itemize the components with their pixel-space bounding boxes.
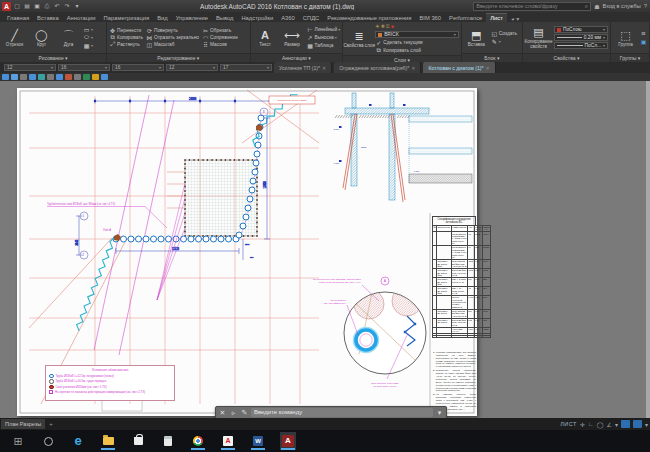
- panel-label-modify[interactable]: Редактирование ▾: [107, 53, 249, 62]
- ribbon-tab-Главная[interactable]: Главная: [3, 14, 33, 22]
- modify-2[interactable]: ⤢Растянуть: [109, 41, 143, 48]
- plot-icon[interactable]: ⎙: [43, 1, 51, 11]
- leader-button[interactable]: ↗Выноска▾: [307, 34, 341, 41]
- new-file-icon[interactable]: ▢: [13, 1, 21, 11]
- panel-label-draw[interactable]: Рисование ▾: [0, 53, 106, 62]
- customization-icon[interactable]: ▾: [645, 421, 648, 428]
- ribbon-tab-Рекомендованные приложения[interactable]: Рекомендованные приложения: [323, 14, 415, 22]
- ungroup-button[interactable]: ⧈: [640, 30, 647, 37]
- crosshair-icon[interactable]: ✛: [580, 421, 585, 428]
- lineweight-combo[interactable]: 0.20 мм▾: [554, 34, 608, 41]
- layout-tab[interactable]: План Разрезы: [1, 419, 45, 429]
- panel-label-annotate[interactable]: Аннотации ▾: [251, 53, 343, 62]
- text-button[interactable]: A Текст: [253, 29, 278, 47]
- modify-6[interactable]: ✂Обрезать: [202, 27, 238, 34]
- toolbar-icon-1[interactable]: [11, 74, 18, 80]
- panel-label-properties[interactable]: Свойства ▾: [523, 53, 610, 62]
- toolbar-icon-6[interactable]: [56, 74, 63, 80]
- toolbar-icon-4[interactable]: [38, 74, 45, 80]
- add-layout-button[interactable]: +: [45, 421, 57, 427]
- acrobat-button[interactable]: A: [220, 432, 236, 450]
- modify-4[interactable]: ⋈Отразить зеркально: [146, 34, 199, 41]
- word-button[interactable]: W: [250, 432, 266, 450]
- docked-combo-1[interactable]: 16▾: [58, 64, 110, 71]
- toolbar-icon-3[interactable]: [29, 74, 36, 80]
- command-input[interactable]: Введите команду: [251, 408, 433, 417]
- ribbon-tab-Аннотации[interactable]: Аннотации: [63, 14, 100, 22]
- file-tab-close-icon[interactable]: ✕: [322, 65, 326, 71]
- match-properties-button[interactable]: ▤ Копирование свойств: [525, 26, 552, 49]
- file-tab-1[interactable]: Ограждение котлована(ряб)*✕: [334, 62, 421, 73]
- docked-combo-2[interactable]: 16▾: [112, 64, 164, 71]
- ribbon-tab-A360[interactable]: A360: [277, 14, 299, 22]
- edge-button[interactable]: e: [70, 432, 86, 450]
- command-customize-icon[interactable]: ▾: [435, 409, 444, 417]
- snap-icon[interactable]: ◯: [597, 421, 604, 428]
- status-dropdown-icon[interactable]: ▾: [615, 421, 618, 428]
- search-icon[interactable]: ⌕: [585, 3, 588, 10]
- toolbar-icon-10[interactable]: [92, 74, 99, 80]
- save-icon[interactable]: ▣: [33, 1, 41, 11]
- docked-combo-3[interactable]: 12▾: [166, 64, 218, 71]
- calculator-button[interactable]: [160, 432, 176, 450]
- modify-0[interactable]: ✥Перенести: [109, 27, 143, 34]
- ribbon-tab-Надстройки[interactable]: Надстройки: [237, 14, 277, 22]
- ribbon-tab-Параметризация[interactable]: Параметризация: [100, 14, 154, 22]
- toolbar-icon-7[interactable]: [65, 74, 72, 80]
- ribbon-tab-СПДС[interactable]: СПДС: [299, 14, 323, 22]
- polar-icon[interactable]: ∠: [607, 421, 612, 428]
- line-button[interactable]: ╱ Отрезок: [2, 29, 27, 47]
- toolbar-icon-5[interactable]: [47, 74, 54, 80]
- group-edit-button[interactable]: ▣: [640, 38, 647, 45]
- qat-dropdown-icon[interactable]: ▾: [73, 1, 81, 11]
- dimension-button[interactable]: ⟷ Размер: [280, 29, 305, 47]
- make-current-button[interactable]: ✓Сделать текущим: [375, 39, 459, 46]
- toolbar-icon-2[interactable]: [20, 74, 27, 80]
- ortho-icon[interactable]: ∟: [588, 421, 594, 427]
- panel-label-block[interactable]: Блок ▾: [462, 53, 522, 62]
- linear-dim-button[interactable]: ⊢Линейный▾: [307, 26, 341, 33]
- sysvar-monitor-icon[interactable]: ◕ ▾: [507, 15, 523, 22]
- modify-7[interactable]: ◠Сопряжение: [202, 34, 238, 41]
- mode-label[interactable]: ЛИСТ: [560, 421, 577, 427]
- group-button[interactable]: ⬚ Группа: [613, 29, 638, 47]
- circle-button[interactable]: ◯ Круг: [29, 29, 54, 47]
- store-button[interactable]: [130, 432, 146, 450]
- ribbon-tab-Лист[interactable]: Лист: [486, 13, 507, 22]
- ribbon-tab-BIM 360[interactable]: BIM 360: [415, 14, 445, 22]
- workspace-button[interactable]: [633, 420, 642, 428]
- color-combo[interactable]: ПоСлою▾: [554, 26, 608, 33]
- toolbar-icon-9[interactable]: [83, 74, 90, 80]
- modify-5[interactable]: ◫Масштаб: [146, 41, 199, 48]
- close-command-icon[interactable]: ✕: [218, 409, 227, 417]
- redo-icon[interactable]: ↷: [63, 1, 71, 11]
- layer-state-icons[interactable]: ☀❄⚿■: [375, 23, 459, 30]
- undo-icon[interactable]: ↶: [53, 1, 61, 11]
- modify-1[interactable]: ⧉Копировать: [109, 34, 143, 41]
- file-tab-2[interactable]: Котлован с диатом (1)*✕: [423, 62, 495, 73]
- ribbon-tab-Вид[interactable]: Вид: [153, 14, 172, 22]
- docked-combo-4[interactable]: 17▾: [220, 64, 272, 71]
- help-search-input[interactable]: Введите ключевое слово/фразу ⌕: [473, 2, 591, 11]
- ribbon-tab-Performance[interactable]: Performance: [445, 14, 486, 22]
- open-file-icon[interactable]: ▤: [23, 1, 31, 11]
- toolbar-icon-8[interactable]: [74, 74, 81, 80]
- layer-select-combo[interactable]: BRICK ▾: [375, 31, 459, 38]
- file-tab-close-icon[interactable]: ✕: [486, 65, 490, 71]
- signin-link[interactable]: Вход в службы: [603, 3, 641, 9]
- palette-strip[interactable]: [646, 81, 650, 418]
- file-tab-close-icon[interactable]: ✕: [411, 65, 415, 71]
- hatch-tool-button[interactable]: ▦▾: [83, 42, 93, 49]
- start-button[interactable]: ⊞: [10, 432, 26, 450]
- linetype-combo[interactable]: ПоСл...▾: [554, 42, 608, 49]
- ribbon-tab-Вставка[interactable]: Вставка: [33, 14, 63, 22]
- autocad-logo-icon[interactable]: A: [2, 2, 11, 11]
- panel-label-groups[interactable]: Группы ▾: [611, 53, 649, 62]
- drawing-canvas[interactable]: 24000 11520 12000 3840 1500 960: [0, 81, 650, 418]
- toolbar-icon-11[interactable]: [101, 74, 108, 80]
- ribbon-tab-Управление[interactable]: Управление: [172, 14, 212, 22]
- block-edit-button[interactable]: ✎▾: [491, 38, 517, 45]
- annotation-scale-button[interactable]: [621, 420, 630, 428]
- chrome-button[interactable]: [190, 432, 206, 450]
- layer-properties-button[interactable]: ≣ Свойства слоя: [345, 30, 373, 48]
